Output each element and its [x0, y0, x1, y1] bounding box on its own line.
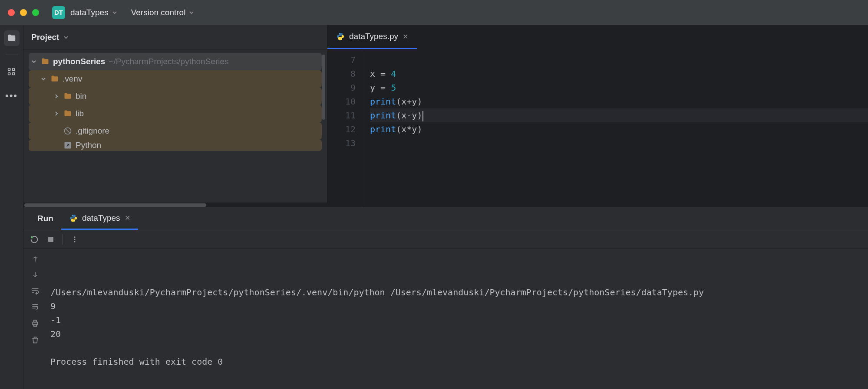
- close-tab-button[interactable]: ✕: [403, 33, 408, 41]
- chevron-down-icon: [189, 10, 195, 15]
- tree-item-label: lib: [76, 109, 84, 118]
- editor-tab-datatypes[interactable]: dataTypes.py ✕: [327, 25, 417, 49]
- more-actions-button[interactable]: [71, 235, 79, 243]
- run-toolbar: [23, 230, 868, 249]
- tree-item-venv[interactable]: .venv: [29, 70, 322, 88]
- window-controls: [8, 9, 39, 16]
- line-number: 12: [327, 122, 356, 136]
- line-number: 11: [327, 108, 356, 122]
- minimize-window-button[interactable]: [20, 9, 27, 16]
- project-tool-window: Project pytho: [23, 25, 327, 207]
- version-control-label: Version control: [131, 8, 186, 17]
- tree-item-python[interactable]: Python: [29, 140, 322, 151]
- python-file-icon: [69, 214, 78, 222]
- folder-icon: [50, 75, 59, 83]
- scroll-to-end-icon: [31, 303, 40, 311]
- vertical-scrollbar[interactable]: [322, 55, 325, 120]
- svg-rect-16: [34, 320, 37, 322]
- svg-rect-11: [48, 237, 53, 242]
- scroll-up-button[interactable]: [31, 255, 39, 263]
- tree-item-label: .gitignore: [76, 126, 109, 136]
- print-button[interactable]: [31, 319, 40, 328]
- line-number: 8: [327, 67, 356, 81]
- soft-wrap-button[interactable]: [31, 286, 40, 295]
- project-tree[interactable]: pythonSeries ~/PycharmProjects/pythonSer…: [23, 49, 327, 203]
- run-output[interactable]: /Users/mlevanduski/PycharmProjects/pytho…: [47, 249, 868, 389]
- more-tool-button[interactable]: •••: [4, 88, 20, 104]
- svg-line-5: [66, 129, 70, 133]
- chevron-down-icon: [63, 35, 69, 40]
- separator: [6, 55, 18, 55]
- tree-item-lib[interactable]: lib: [29, 105, 322, 122]
- maximize-window-button[interactable]: [32, 9, 39, 16]
- titlebar: DT dataTypes Version control: [0, 0, 868, 25]
- folder-icon: [7, 33, 17, 43]
- arrow-down-icon: [31, 271, 39, 278]
- run-tab-label: dataTypes: [82, 213, 120, 223]
- run-panel-title: Run: [30, 207, 61, 230]
- delete-button[interactable]: [31, 336, 40, 344]
- line-number: 7: [327, 53, 356, 67]
- run-gutter: [23, 249, 47, 389]
- tree-item-bin[interactable]: bin: [29, 88, 322, 105]
- line-number: 10: [327, 95, 356, 108]
- version-control-dropdown[interactable]: Version control: [131, 8, 195, 17]
- structure-tool-button[interactable]: [4, 64, 20, 79]
- run-panel-tabs: Run dataTypes ✕: [23, 207, 868, 230]
- code-body[interactable]: x = 4y = 5print(x+y)print(x-y)print(x*y): [362, 49, 868, 207]
- project-tool-button[interactable]: [4, 30, 20, 46]
- svg-point-12: [74, 236, 76, 238]
- project-badge: DT: [52, 6, 65, 19]
- project-name-label: dataTypes: [70, 8, 109, 17]
- arrow-up-icon: [31, 255, 39, 263]
- svg-rect-0: [8, 69, 10, 71]
- chevron-right-icon: [54, 94, 60, 99]
- tree-item-gitignore[interactable]: .gitignore: [29, 122, 322, 140]
- svg-point-13: [74, 239, 76, 240]
- python-file-icon: [336, 32, 345, 41]
- symlink-icon: [63, 141, 72, 150]
- chevron-right-icon: [54, 111, 60, 116]
- code-editor[interactable]: 7 8 9 10 11 12 13 x = 4y = 5print(x+y)pr…: [327, 49, 868, 207]
- folder-icon: [63, 109, 72, 118]
- svg-rect-1: [8, 73, 10, 75]
- svg-point-9: [72, 215, 73, 216]
- stop-button[interactable]: [47, 235, 55, 243]
- soft-wrap-icon: [31, 286, 40, 295]
- tree-item-label: .venv: [63, 74, 82, 84]
- structure-icon: [7, 67, 16, 76]
- horizontal-scrollbar[interactable]: [23, 203, 327, 207]
- editor-gutter: 7 8 9 10 11 12 13: [327, 49, 362, 207]
- tree-root-name: pythonSeries: [53, 57, 105, 66]
- project-panel-header[interactable]: Project: [23, 25, 327, 49]
- chevron-down-icon: [31, 59, 37, 64]
- scroll-to-end-button[interactable]: [31, 303, 40, 311]
- run-tool-window: Run dataTypes ✕: [23, 207, 868, 389]
- chevron-down-icon: [112, 10, 118, 15]
- trash-icon: [31, 336, 40, 344]
- stop-icon: [47, 235, 55, 243]
- svg-rect-3: [12, 73, 14, 75]
- rerun-icon: [30, 235, 39, 244]
- editor-panel: dataTypes.py ✕ 7 8 9 10 11 12 13: [327, 25, 868, 207]
- scroll-down-button[interactable]: [31, 271, 39, 278]
- separator: [63, 234, 63, 245]
- svg-point-14: [74, 241, 76, 242]
- editor-tabs: dataTypes.py ✕: [327, 25, 868, 49]
- more-horizontal-icon: •••: [5, 90, 18, 101]
- print-icon: [31, 319, 40, 328]
- project-selector-dropdown[interactable]: dataTypes: [70, 8, 118, 17]
- more-vertical-icon: [71, 235, 79, 243]
- tree-root-path: ~/PycharmProjects/pythonSeries: [109, 57, 228, 66]
- scrollbar-thumb[interactable]: [24, 203, 206, 207]
- line-number: 9: [327, 81, 356, 95]
- folder-icon: [63, 92, 72, 101]
- chevron-down-icon: [41, 76, 47, 82]
- tree-root[interactable]: pythonSeries ~/PycharmProjects/pythonSer…: [29, 53, 322, 70]
- gitignore-icon: [63, 127, 72, 135]
- svg-point-8: [341, 39, 342, 39]
- close-tab-button[interactable]: ✕: [125, 214, 130, 222]
- rerun-button[interactable]: [30, 235, 39, 244]
- close-window-button[interactable]: [8, 9, 15, 16]
- run-tab-datatypes[interactable]: dataTypes ✕: [61, 207, 138, 230]
